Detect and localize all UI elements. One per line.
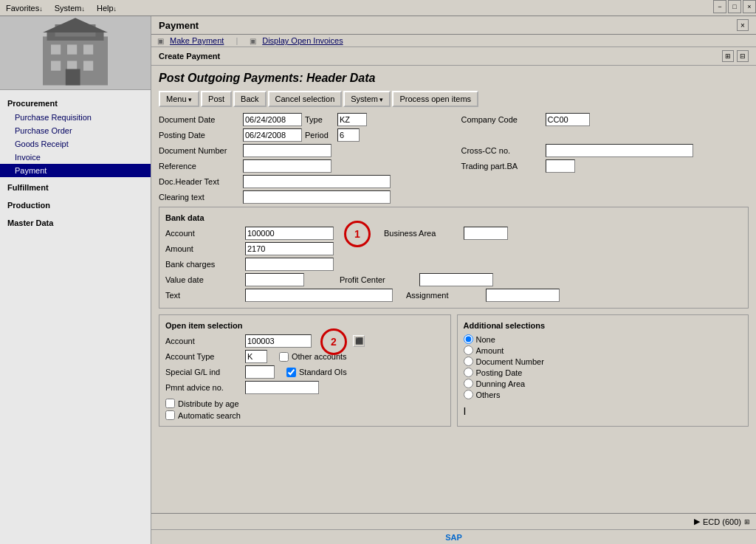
status-text: ECD (600) xyxy=(703,517,741,526)
open-item-account-browse[interactable]: ⬛ xyxy=(353,335,365,347)
process-open-items-button[interactable]: Process open items xyxy=(392,91,478,107)
bank-charges-input[interactable] xyxy=(245,258,334,271)
sidebar-item-payment[interactable]: Payment xyxy=(0,164,151,177)
additional-posting-date-row: Posting Date xyxy=(464,368,743,377)
bank-data-section: Bank data Account 1 Business Area xyxy=(159,207,749,309)
doc-header-input[interactable] xyxy=(243,175,391,188)
additional-posting-date-label: Posting Date xyxy=(476,368,523,377)
bank-text-row: Text Assignment xyxy=(165,289,742,302)
document-number-row: Document Number xyxy=(159,144,447,157)
building-icon xyxy=(0,16,151,89)
bank-value-date-input[interactable] xyxy=(245,273,304,286)
standard-ols-label: Standard OIs xyxy=(299,368,347,376)
procurement-title: Procurement xyxy=(0,96,151,111)
automatic-search-row: Automatic search xyxy=(165,410,444,420)
document-number-input[interactable] xyxy=(243,144,331,157)
minimize-button[interactable]: − xyxy=(713,0,726,13)
sidebar-item-purchase-requisition[interactable]: Purchase Requisition xyxy=(0,111,151,124)
bank-amount-row: Amount xyxy=(165,242,742,255)
status-icon: ⊞ xyxy=(744,518,750,526)
other-accounts-checkbox[interactable] xyxy=(279,352,289,362)
additional-doc-number-radio[interactable] xyxy=(464,357,473,366)
help-menu[interactable]: Help xyxy=(97,4,117,13)
automatic-search-label: Automatic search xyxy=(178,411,241,420)
trading-ba-row: Trading part.BA xyxy=(461,159,749,173)
period-input[interactable] xyxy=(337,128,360,142)
bank-text-input[interactable] xyxy=(245,289,393,302)
special-gl-input[interactable] xyxy=(245,365,275,379)
svg-rect-6 xyxy=(51,61,61,71)
additional-amount-row: Amount xyxy=(464,345,743,355)
maximize-button[interactable]: □ xyxy=(728,0,741,13)
menu-button[interactable]: Menu xyxy=(159,91,199,107)
system-menu[interactable]: System xyxy=(55,4,85,13)
trading-ba-input[interactable] xyxy=(546,159,575,173)
additional-others-radio[interactable] xyxy=(464,390,473,399)
open-item-account-input[interactable] xyxy=(245,334,312,348)
sidebar-item-invoice[interactable]: Invoice xyxy=(0,151,151,164)
profit-center-input[interactable] xyxy=(419,273,493,286)
cp-icon-2[interactable]: ⊟ xyxy=(737,50,749,62)
additional-amount-label: Amount xyxy=(476,346,504,355)
additional-amount-radio[interactable] xyxy=(464,345,473,355)
status-content: ▶ ECD (600) ⊞ xyxy=(694,517,750,526)
cross-cc-input[interactable] xyxy=(546,144,693,157)
open-item-account-row: Account 2 ⬛ xyxy=(165,334,444,348)
additional-dunning-area-radio[interactable] xyxy=(464,379,473,388)
cursor-indicator: I xyxy=(464,405,743,417)
document-date-input[interactable] xyxy=(243,113,302,126)
assignment-label: Assignment xyxy=(406,291,480,300)
pmnt-advice-input[interactable] xyxy=(245,381,319,394)
additional-none-label: None xyxy=(476,335,495,344)
posting-date-input[interactable] xyxy=(243,128,302,142)
svg-rect-9 xyxy=(66,69,80,86)
pmnt-advice-row: Pmnt advice no. xyxy=(165,381,444,394)
cp-icon-1[interactable]: ⊞ xyxy=(722,50,734,62)
create-payment-label: Create Payment xyxy=(159,52,220,61)
svg-rect-5 xyxy=(83,45,93,55)
automatic-search-checkbox[interactable] xyxy=(165,410,175,420)
top-menu-bar: Favorites System Help − □ × xyxy=(0,0,756,16)
standard-ols-checkbox[interactable] xyxy=(286,368,296,377)
make-payment-link[interactable]: Make Payment xyxy=(170,36,224,45)
favorites-menu[interactable]: Favorites xyxy=(6,4,43,13)
business-area-label: Business Area xyxy=(384,229,458,238)
document-date-row: Document Date Type xyxy=(159,113,447,126)
toolbar-divider: | xyxy=(236,36,238,45)
back-button[interactable]: Back xyxy=(233,91,266,107)
clearing-text-label: Clearing text xyxy=(159,193,240,202)
display-invoices-link[interactable]: Display Open Invoices xyxy=(262,36,343,45)
company-code-input[interactable] xyxy=(546,113,590,126)
company-code-label: Company Code xyxy=(461,115,543,124)
content-area: Payment × ▣ Make Payment | ▣ Display Ope… xyxy=(151,16,756,544)
reference-input[interactable] xyxy=(243,159,331,173)
assignment-input[interactable] xyxy=(486,289,560,302)
bank-account-input[interactable] xyxy=(245,227,334,240)
standard-ols-row: Standard OIs xyxy=(286,368,347,377)
payment-close-button[interactable]: × xyxy=(737,19,749,31)
additional-dunning-area-row: Dunning Area xyxy=(464,379,743,388)
bank-account-label: Account xyxy=(165,229,239,238)
system-button[interactable]: System xyxy=(343,91,391,107)
cancel-selection-button[interactable]: Cancel selection xyxy=(268,91,343,107)
bank-charges-label: Bank charges xyxy=(165,260,239,269)
additional-none-radio[interactable] xyxy=(464,334,473,344)
type-input[interactable] xyxy=(337,113,367,126)
post-button[interactable]: Post xyxy=(201,91,232,107)
bank-amount-input[interactable] xyxy=(245,242,334,255)
sidebar-item-purchase-order[interactable]: Purchase Order xyxy=(0,124,151,137)
type-label: Type xyxy=(305,115,334,124)
close-button[interactable]: × xyxy=(743,0,756,13)
open-item-account-type-input[interactable] xyxy=(245,350,267,363)
create-payment-icons: ⊞ ⊟ xyxy=(722,50,749,62)
bank-data-title: Bank data xyxy=(165,213,742,222)
business-area-input[interactable] xyxy=(464,227,508,240)
clearing-text-input[interactable] xyxy=(243,190,391,204)
distribute-age-checkbox[interactable] xyxy=(165,399,175,408)
bank-value-date-row: Value date Profit Center xyxy=(165,273,742,286)
profit-center-label: Profit Center xyxy=(340,275,413,284)
additional-posting-date-radio[interactable] xyxy=(464,368,473,377)
document-number-label: Document Number xyxy=(159,146,240,155)
doc-header-label: Doc.Header Text xyxy=(159,177,240,186)
sidebar-item-goods-receipt[interactable]: Goods Receipt xyxy=(0,137,151,151)
